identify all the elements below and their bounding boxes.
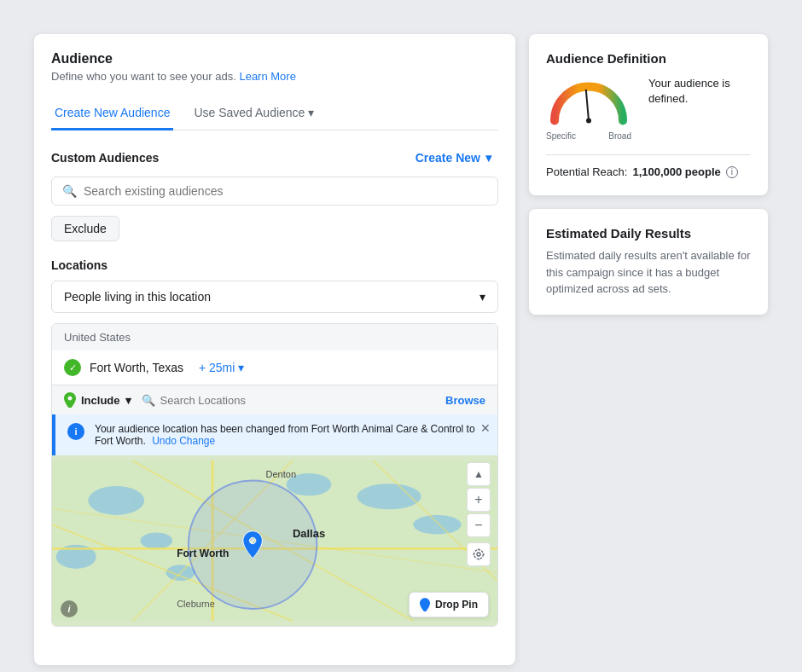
map-controls: ▲ + − [467, 462, 491, 566]
location-type-dropdown[interactable]: People living in this location ▾ [51, 281, 498, 313]
drop-pin-icon [420, 598, 430, 611]
svg-point-18 [474, 550, 484, 559]
potential-reach-info-button[interactable]: i [726, 166, 738, 178]
svg-point-6 [140, 533, 172, 549]
info-icon: i [67, 423, 84, 440]
locations-label: Locations [51, 258, 498, 272]
potential-reach: Potential Reach: 1,100,000 people i [546, 165, 751, 178]
info-banner-text: Your audience location has been changed … [95, 423, 485, 447]
estimated-results-text: Estimated daily results aren't available… [546, 247, 751, 298]
audience-title: Audience [51, 51, 498, 67]
learn-more-link[interactable]: Learn More [239, 70, 295, 83]
drop-pin-button[interactable]: Drop Pin [409, 592, 489, 617]
search-input[interactable] [84, 184, 487, 198]
close-banner-button[interactable]: ✕ [480, 421, 491, 435]
map-zoom-out-button[interactable]: − [467, 513, 491, 537]
location-box-header: United States [52, 324, 497, 350]
right-panel: Audience Definition [529, 34, 768, 665]
map-info-button[interactable]: i [61, 600, 78, 617]
location-search-icon: 🔍 [142, 394, 155, 407]
map-chevron-up-button[interactable]: ▲ [467, 462, 491, 486]
divider [546, 154, 751, 155]
audience-gauge: Specific Broad [546, 76, 631, 141]
use-saved-chevron-icon: ▾ [308, 106, 314, 119]
create-new-chevron-icon: ▾ [485, 151, 491, 165]
svg-line-23 [586, 90, 589, 121]
info-banner: i Your audience location has been change… [52, 414, 497, 455]
tabs-container: Create New Audience Use Saved Audience ▾ [51, 96, 498, 130]
audience-definition-title: Audience Definition [546, 51, 751, 66]
location-type-value: People living in this location [64, 290, 211, 304]
custom-audiences-label: Custom Audiences [51, 151, 159, 165]
tab-use-saved[interactable]: Use Saved Audience ▾ [190, 97, 317, 130]
gauge-specific-label: Specific [546, 131, 576, 141]
map-zoom-in-button[interactable]: + [467, 488, 491, 512]
audience-defined-text: Your audience is defined. [648, 76, 751, 107]
custom-audiences-header: Custom Audiences Create New ▾ [51, 148, 498, 168]
gauge-svg [546, 76, 631, 127]
svg-point-4 [413, 515, 461, 535]
gauge-labels: Specific Broad [546, 131, 631, 141]
location-item: ✓ Fort Worth, Texas + 25mi ▾ [52, 350, 497, 385]
map-locate-button[interactable] [467, 542, 491, 566]
map-container: ✓ Denton Dallas Fort Worth Cleburne ▲ + … [52, 455, 497, 626]
map-label-fort-worth: Fort Worth [177, 547, 229, 559]
locations-section: Locations People living in this location… [51, 258, 498, 627]
search-box: 🔍 [51, 177, 498, 206]
svg-point-1 [88, 486, 144, 515]
location-radius-control[interactable]: + 25mi ▾ [199, 361, 244, 374]
gauge-broad-label: Broad [608, 131, 631, 141]
main-container: Audience Define who you want to see your… [34, 34, 768, 665]
left-panel: Audience Define who you want to see your… [34, 34, 515, 665]
location-search: 🔍 [142, 394, 436, 407]
location-check-icon: ✓ [64, 359, 81, 376]
create-new-button[interactable]: Create New ▾ [409, 148, 498, 168]
location-pin-icon [64, 392, 76, 408]
location-box: United States ✓ Fort Worth, Texas + 25mi… [51, 323, 498, 627]
audience-subtitle: Define who you want to see your ads. Lea… [51, 70, 498, 83]
tab-create-new[interactable]: Create New Audience [51, 97, 173, 130]
estimated-results-title: Estimated Daily Results [546, 226, 751, 240]
location-search-input[interactable] [160, 394, 304, 407]
undo-change-link[interactable]: Undo Change [152, 435, 215, 447]
exclude-button[interactable]: Exclude [51, 216, 119, 241]
svg-point-17 [477, 553, 480, 556]
svg-text:✓: ✓ [249, 536, 256, 546]
location-dropdown-chevron-icon: ▾ [479, 290, 485, 304]
radius-chevron-icon: ▾ [238, 361, 244, 374]
search-icon: 🔍 [62, 184, 77, 198]
svg-point-3 [357, 484, 421, 509]
include-bar: Include ▾ 🔍 Browse [52, 385, 497, 414]
browse-button[interactable]: Browse [445, 394, 485, 407]
map-label-denton: Denton [266, 469, 296, 479]
gauge-container: Specific Broad Your audience is defined. [546, 76, 751, 141]
include-chevron-icon: ▾ [125, 394, 131, 407]
potential-reach-value: 1,100,000 people [632, 165, 720, 178]
audience-definition-card: Audience Definition [529, 34, 768, 195]
estimated-results-card: Estimated Daily Results Estimated daily … [529, 209, 768, 315]
svg-point-24 [586, 119, 591, 124]
map-label-cleburne: Cleburne [177, 599, 215, 609]
audience-header: Audience Define who you want to see your… [51, 51, 498, 83]
page-wrapper: Audience Define who you want to see your… [17, 17, 785, 672]
map-label-dallas: Dallas [293, 527, 325, 540]
location-name: Fort Worth, Texas [90, 361, 183, 374]
include-tag: Include ▾ [64, 392, 131, 408]
